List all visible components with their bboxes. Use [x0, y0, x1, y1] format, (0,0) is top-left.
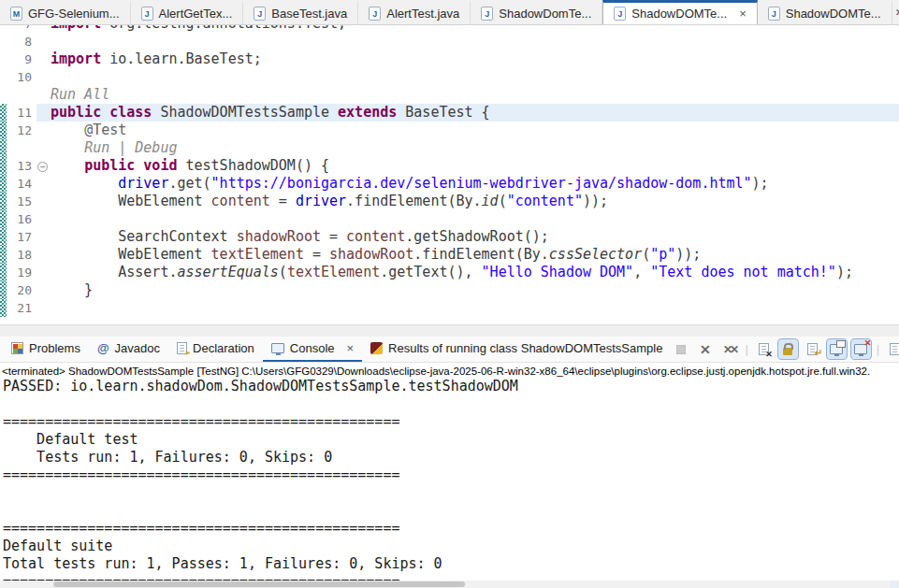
fold-marker[interactable]: − — [36, 157, 51, 175]
editor-tab-shadowdomte-[interactable]: JShadowDOMTe...× — [602, 0, 757, 24]
tab-label: Console — [290, 341, 335, 355]
code-lens-link[interactable]: Run All — [51, 86, 109, 103]
code-token: shadowRoot — [237, 228, 321, 245]
quick-diff-indicator — [0, 246, 7, 264]
editor-tab-shadowdomte-[interactable]: JShadowDOMTe... — [758, 0, 892, 24]
quick-diff-indicator — [0, 33, 7, 50]
console-monitor-icon — [271, 343, 284, 353]
fold-column — [36, 264, 51, 281]
bottom-view-tab-bar: Problems@JavadocDeclarationConsole×Resul… — [0, 337, 899, 363]
code-token: public — [51, 104, 101, 121]
code-lens-link[interactable]: Run — [84, 139, 109, 156]
console-line-6: ========================================… — [0, 466, 899, 484]
view-tab-console[interactable]: Console× — [263, 337, 362, 362]
code-text[interactable] — [51, 33, 899, 50]
code-text[interactable]: driver.get("https://bonigarcia.dev/selen… — [51, 175, 899, 193]
code-token: ); — [836, 264, 853, 280]
tab-label: ShadowDOMTe... — [631, 7, 727, 21]
code-token: import — [51, 25, 101, 32]
code-token: = — [304, 246, 329, 263]
console-line-9: ========================================… — [0, 520, 899, 538]
quick-diff-indicator — [0, 175, 7, 193]
code-token: .findElement(By. — [346, 193, 482, 209]
tab-label: AlertTest.java — [386, 7, 459, 21]
code-lens-line: Run | Debug — [0, 139, 899, 157]
editor-tab-basetest-java[interactable]: JBaseTest.java — [243, 0, 358, 24]
code-token: } — [51, 281, 93, 298]
fold-column — [36, 104, 51, 122]
fold-column — [36, 122, 51, 139]
line-number: 18 — [7, 246, 36, 264]
tab-label: Results of running class ShadowDOMTestsS… — [388, 341, 662, 355]
remove-all-terminated-button-icon: ✕✕ — [723, 344, 736, 355]
code-text[interactable]: Run | Debug — [51, 139, 899, 157]
line-number: 21 — [7, 299, 36, 317]
quick-diff-indicator — [0, 157, 7, 175]
quick-diff-indicator — [0, 264, 7, 281]
view-tab-problems[interactable]: Problems — [3, 337, 89, 362]
close-icon[interactable]: × — [739, 7, 747, 20]
code-editor[interactable]: 7import org.testng.annotations.Test;89im… — [0, 25, 899, 324]
code-token: "https://bonigarcia.dev/selenium-webdriv… — [211, 175, 752, 192]
scroll-lock-toggle[interactable] — [778, 339, 798, 359]
panel-resize-sash[interactable] — [0, 324, 899, 337]
code-text[interactable]: Assert.assertEquals(textElement.getText(… — [51, 264, 899, 281]
console-line-1: PASSED: io.learn.shadowDom.ShadowDOMTest… — [0, 378, 899, 395]
terminate-button[interactable] — [671, 339, 690, 359]
code-text[interactable] — [51, 68, 899, 86]
editor-tab-alertgettex-[interactable]: JAlertGetTex... — [131, 0, 244, 24]
show-console-on-output-toggle[interactable] — [827, 339, 847, 359]
show-console-on-error-toggle[interactable] — [851, 339, 871, 359]
view-tab-results[interactable]: Results of running class ShadowDOMTestsS… — [362, 337, 671, 362]
code-text[interactable] — [51, 299, 899, 317]
word-wrap-toggle[interactable] — [803, 339, 822, 359]
code-text[interactable]: import io.learn.BaseTest; — [51, 50, 899, 68]
code-token: driver — [118, 175, 168, 192]
code-text[interactable]: WebElement content = driver.findElement(… — [51, 193, 899, 210]
code-text[interactable]: Run All — [51, 86, 899, 104]
console-line-5: Tests run: 1, Failures: 0, Skips: 0 — [0, 449, 899, 466]
open-console-button[interactable] — [885, 339, 899, 359]
view-tab-declaration[interactable]: Declaration — [168, 337, 263, 362]
fold-column — [36, 139, 51, 157]
remove-launch-button[interactable]: ✕ — [695, 339, 715, 359]
code-token: , — [633, 264, 650, 280]
declaration-icon — [177, 342, 187, 354]
code-token: )); — [583, 193, 608, 209]
editor-tab-alerttest-java[interactable]: JAlertTest.java — [358, 0, 471, 24]
editor-tab-gfg-selenium-[interactable]: MGFG-Selenium... — [0, 0, 131, 24]
line-number: 10 — [7, 68, 36, 86]
tab-label: Problems — [29, 341, 80, 355]
code-token: extends — [338, 104, 397, 121]
code-text[interactable]: SearchContext shadowRoot = content.getSh… — [51, 228, 899, 246]
close-icon[interactable]: × — [347, 342, 355, 354]
quick-diff-indicator — [0, 139, 7, 157]
console-view: <terminated> ShadowDOMTestsSample [TestN… — [0, 363, 899, 588]
code-lens-link[interactable]: Debug — [135, 139, 177, 156]
code-text[interactable]: WebElement textElement = shadowRoot.find… — [51, 246, 899, 264]
code-token: "content" — [507, 193, 583, 209]
code-text[interactable] — [51, 210, 899, 228]
code-text[interactable]: public void testShadowDOM() { — [51, 157, 899, 175]
quick-diff-indicator — [0, 50, 7, 68]
show-console-on-error-toggle-icon — [854, 344, 867, 354]
code-text[interactable]: } — [51, 281, 899, 299]
code-text[interactable]: import org.testng.annotations.Test; — [51, 25, 899, 33]
line-number: 17 — [7, 228, 36, 246]
scrollbar-thumb[interactable] — [53, 581, 465, 587]
code-token: .findElement(By. — [413, 246, 549, 263]
console-process-label: <terminated> ShadowDOMTestsSample [TestN… — [0, 363, 899, 378]
code-token — [51, 139, 84, 156]
code-token: driver — [296, 193, 346, 209]
line-number: 11 — [7, 104, 36, 122]
clear-console-button[interactable] — [754, 339, 774, 359]
view-tab-javadoc[interactable]: @Javadoc — [89, 337, 168, 362]
console-line-11: Total tests run: 1, Passes: 1, Failures:… — [0, 555, 899, 573]
java-file-icon: J — [254, 7, 266, 21]
code-text[interactable]: public class ShadowDOMTestsSample extend… — [51, 104, 899, 122]
remove-all-terminated-button[interactable]: ✕✕ — [719, 339, 739, 359]
code-text[interactable]: @Test — [51, 122, 899, 139]
quick-diff-indicator — [0, 122, 7, 139]
editor-tab-shadowdomte-[interactable]: JShadowDomTe... — [471, 0, 602, 24]
tab-overflow-chevron[interactable]: »8 — [892, 0, 899, 24]
